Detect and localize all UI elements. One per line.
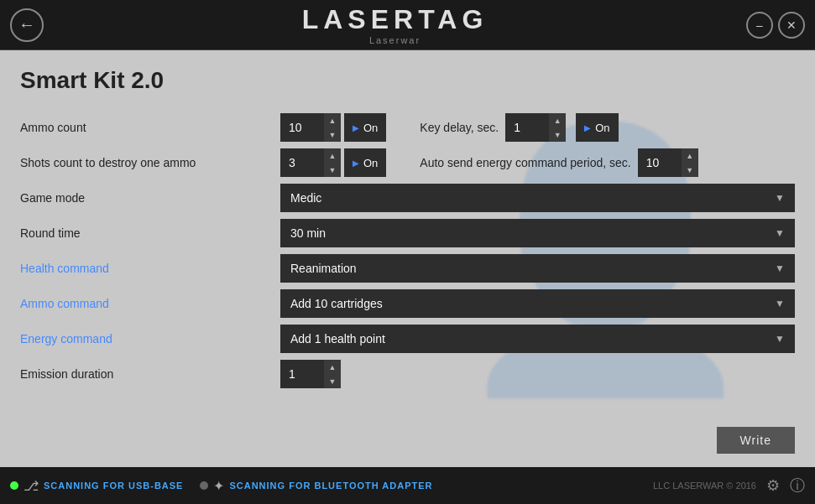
status-right: LLC LASERWAR © 2016 ⚙ ⓘ (653, 475, 805, 496)
ammo-command-select[interactable]: Add 10 cartridges ▼ (280, 289, 795, 318)
emission-duration-arrows: ▲ ▼ (324, 360, 341, 388)
bt-status-dot (200, 481, 208, 490)
round-time-chevron: ▼ (775, 227, 785, 239)
minimize-button[interactable]: – (746, 12, 773, 39)
status-bar: ⎇ SCANNING FOR USB-BASE ✦ SCANNING FOR B… (0, 467, 815, 504)
panel-title: Smart Kit 2.0 (20, 67, 795, 94)
settings-icon[interactable]: ⚙ (766, 476, 780, 495)
health-command-chevron: ▼ (775, 262, 785, 274)
usb-status-item: ⎇ SCANNING FOR USB-BASE (10, 478, 183, 494)
auto-send-value: 10 (638, 148, 682, 177)
energy-command-chevron: ▼ (775, 333, 785, 345)
ammo-count-on-button[interactable]: ▶ On (344, 113, 386, 142)
key-delay-section: Key delay, sec. 1 ▲ ▼ ▶ On (420, 113, 618, 142)
emission-duration-row: Emission duration 1 ▲ ▼ (20, 359, 795, 389)
usb-status-text: SCANNING FOR USB-BASE (44, 481, 183, 491)
ammo-count-row: Ammo count 10 ▲ ▼ ▶ On Key delay, sec. 1… (20, 112, 795, 143)
back-icon: ← (18, 15, 35, 34)
ammo-count-value: 10 (280, 113, 324, 142)
key-delay-value: 1 (505, 113, 549, 142)
close-button[interactable]: ✕ (778, 12, 805, 39)
shots-on-label: On (363, 157, 378, 169)
round-time-label: Round time (20, 226, 280, 240)
copyright-text: LLC LASERWAR © 2016 (653, 481, 756, 491)
window-controls: – ✕ (746, 12, 805, 39)
round-time-value: 30 min (290, 226, 326, 240)
round-time-select[interactable]: 30 min ▼ (280, 219, 795, 247)
bt-icon: ✦ (213, 478, 224, 494)
shots-count-down[interactable]: ▼ (324, 163, 341, 177)
shots-count-row: Shots count to destroy one ammo 3 ▲ ▼ ▶ … (20, 148, 795, 178)
ammo-command-label: Ammo command (20, 297, 280, 310)
shots-count-label: Shots count to destroy one ammo (20, 156, 280, 169)
emission-duration-label: Emission duration (20, 367, 280, 381)
auto-send-label: Auto send energy command period, sec. (420, 156, 630, 169)
ammo-on-label: On (363, 122, 378, 134)
emission-duration-up[interactable]: ▲ (324, 360, 341, 374)
back-button[interactable]: ← (10, 8, 44, 42)
key-delay-on-button[interactable]: ▶ On (576, 113, 618, 142)
key-delay-down[interactable]: ▼ (549, 127, 566, 142)
game-mode-value: Medic (290, 191, 321, 205)
usb-status-dot (10, 481, 18, 490)
ammo-command-value: Add 10 cartridges (290, 297, 383, 310)
ammo-count-up[interactable]: ▲ (324, 113, 341, 127)
write-btn-container: Write (717, 427, 795, 454)
status-left: ⎇ SCANNING FOR USB-BASE ✦ SCANNING FOR B… (10, 478, 433, 494)
energy-command-label: Energy command (20, 332, 280, 346)
auto-send-up[interactable]: ▲ (682, 148, 698, 163)
auto-send-section: Auto send energy command period, sec. 10… (420, 148, 697, 177)
ammo-count-label: Ammo count (20, 121, 280, 134)
health-command-select[interactable]: Reanimation ▼ (280, 254, 795, 283)
auto-send-spinner: 10 ▲ ▼ (638, 148, 698, 177)
usb-icon: ⎇ (24, 478, 39, 494)
key-delay-label: Key delay, sec. (420, 121, 499, 134)
content-panel: Smart Kit 2.0 Ammo count 10 ▲ ▼ ▶ On Key… (0, 50, 815, 411)
game-mode-chevron: ▼ (775, 192, 785, 204)
ammo-count-spinner: 10 ▲ ▼ (280, 113, 341, 142)
ammo-command-chevron: ▼ (775, 298, 785, 309)
energy-command-value: Add 1 health point (290, 332, 385, 346)
shots-count-value: 3 (280, 148, 324, 177)
emission-duration-down[interactable]: ▼ (324, 374, 341, 388)
info-icon[interactable]: ⓘ (790, 475, 805, 496)
game-mode-label: Game mode (20, 191, 280, 205)
bt-status-item: ✦ SCANNING FOR BLUETOOTH ADAPTER (200, 478, 432, 494)
brand-label: Laserwar (369, 35, 421, 45)
key-delay-arrows: ▲ ▼ (549, 113, 566, 142)
health-command-label: Health command (20, 262, 280, 275)
ammo-count-down[interactable]: ▼ (324, 127, 341, 142)
emission-duration-value: 1 (280, 360, 324, 388)
auto-send-down[interactable]: ▼ (682, 163, 698, 177)
auto-send-arrows: ▲ ▼ (682, 148, 698, 177)
shots-on-arrow: ▶ (353, 158, 359, 168)
emission-duration-spinner: 1 ▲ ▼ (280, 360, 341, 388)
energy-command-row: Energy command Add 1 health point ▼ (20, 324, 795, 354)
health-command-value: Reanimation (290, 262, 357, 275)
ammo-count-arrows: ▲ ▼ (324, 113, 341, 142)
shots-count-on-button[interactable]: ▶ On (344, 148, 386, 177)
key-delay-up[interactable]: ▲ (549, 113, 566, 127)
write-button[interactable]: Write (717, 427, 795, 454)
shots-count-up[interactable]: ▲ (324, 148, 341, 163)
title-bar: ← LASERTAG Laserwar – ✕ (0, 0, 815, 50)
key-delay-spinner: 1 ▲ ▼ (505, 113, 566, 142)
ammo-on-arrow: ▶ (353, 123, 359, 132)
energy-command-select[interactable]: Add 1 health point ▼ (280, 325, 795, 353)
bt-status-text: SCANNING FOR BLUETOOTH ADAPTER (229, 481, 432, 491)
round-time-row: Round time 30 min ▼ (20, 218, 795, 248)
key-on-label: On (595, 122, 609, 134)
app-title: LASERTAG (302, 4, 488, 35)
main-content: 👤 Smart Kit 2.0 Ammo count 10 ▲ ▼ ▶ On K… (0, 50, 815, 467)
key-on-arrow: ▶ (584, 123, 591, 132)
shots-count-spinner: 3 ▲ ▼ (280, 148, 341, 177)
game-mode-row: Game mode Medic ▼ (20, 183, 795, 213)
game-mode-select[interactable]: Medic ▼ (280, 184, 795, 212)
title-center: LASERTAG Laserwar (302, 4, 488, 45)
shots-count-arrows: ▲ ▼ (324, 148, 341, 177)
ammo-command-row: Ammo command Add 10 cartridges ▼ (20, 288, 795, 319)
health-command-row: Health command Reanimation ▼ (20, 253, 795, 283)
